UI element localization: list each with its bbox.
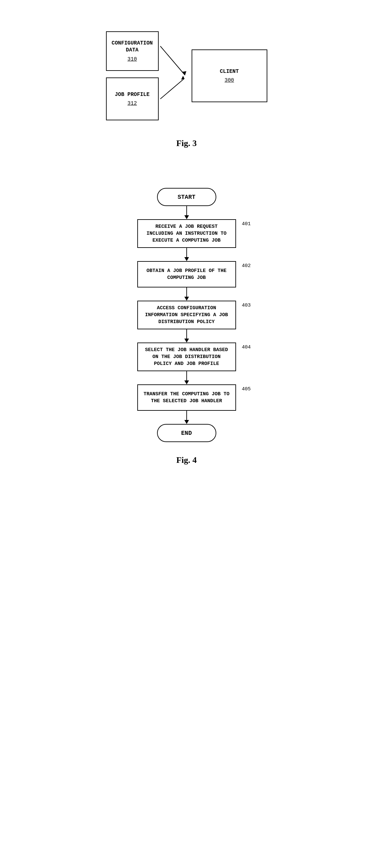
arrow-head (184, 380, 189, 384)
svg-line-2 (160, 79, 184, 99)
flow-end-label: END (181, 430, 192, 436)
flow-box-403: ACCESS CONFIGURATION INFORMATION SPECIFY… (137, 301, 236, 329)
flow-arrow-3 (184, 329, 189, 343)
arrow-head (184, 257, 189, 261)
arrow-line (186, 206, 187, 215)
flow-box-label-404: SELECT THE JOB HANDLER BASED ON THE JOB … (142, 346, 231, 367)
jobprofile-box-label: JOB PROFILE (115, 91, 150, 98)
arrow-line (186, 248, 187, 257)
flow-step-row-401: RECEIVE A JOB REQUEST INCLUDING AN INSTR… (137, 219, 236, 248)
flow-box-label-403: ACCESS CONFIGURATION INFORMATION SPECIFY… (142, 305, 231, 326)
flow-box-label-401: RECEIVE A JOB REQUEST INCLUDING AN INSTR… (142, 223, 231, 244)
flow-arrow-2 (184, 287, 189, 301)
arrow-line (186, 411, 187, 420)
arrow-line (186, 287, 187, 297)
fig3-diagram: CONFIGURATION DATA 310 JOB PROFILE 312 (71, 26, 302, 125)
step-number-403: 403 (242, 303, 250, 308)
fig4-caption: Fig. 4 (176, 455, 197, 465)
fig3-container: CONFIGURATION DATA 310 JOB PROFILE 312 (20, 26, 353, 148)
client-box-number: 300 (225, 78, 234, 84)
flow-arrow-5 (184, 411, 189, 424)
flow-arrow-0 (184, 206, 189, 219)
flow-step-row-403: ACCESS CONFIGURATION INFORMATION SPECIFY… (137, 301, 236, 329)
flow-arrow-4 (184, 371, 189, 384)
flow-box-401: RECEIVE A JOB REQUEST INCLUDING AN INSTR… (137, 219, 236, 248)
jobprofile-box: JOB PROFILE 312 (106, 78, 159, 120)
arrow-head (184, 420, 189, 424)
fig4-container: START RECEIVE A JOB REQUEST INCLUDING AN… (20, 188, 353, 465)
client-box-label: CLIENT (220, 68, 239, 75)
fig3-right: CLIENT 300 (192, 50, 267, 102)
step-number-405: 405 (242, 386, 250, 392)
flow-start-label: START (177, 194, 195, 200)
config-box-number: 310 (127, 56, 137, 62)
flow-box-label-405: TRANSFER THE COMPUTING JOB TO THE SELECT… (142, 391, 231, 404)
flowchart: START RECEIVE A JOB REQUEST INCLUDING AN… (104, 188, 269, 442)
arrow-line (186, 371, 187, 380)
step-number-402: 402 (242, 263, 250, 269)
arrow-line (186, 329, 187, 339)
flow-box-label-402: OBTAIN A JOB PROFILE OF THE COMPUTING JO… (142, 267, 231, 281)
arrow-head (184, 339, 189, 343)
step-number-404: 404 (242, 344, 250, 350)
arrow-head (184, 297, 189, 301)
page: CONFIGURATION DATA 310 JOB PROFILE 312 (20, 13, 353, 465)
fig3-caption: Fig. 3 (176, 138, 197, 148)
svg-marker-1 (182, 71, 186, 75)
flow-end: END (157, 424, 216, 442)
flow-step-row-405: TRANSFER THE COMPUTING JOB TO THE SELECT… (137, 384, 236, 411)
step-number-401: 401 (242, 221, 250, 227)
flow-step-row-404: SELECT THE JOB HANDLER BASED ON THE JOB … (137, 343, 236, 371)
fig3-left-boxes: CONFIGURATION DATA 310 JOB PROFILE 312 (106, 31, 159, 120)
flow-step-row-402: OBTAIN A JOB PROFILE OF THE COMPUTING JO… (137, 261, 236, 287)
config-box: CONFIGURATION DATA 310 (106, 31, 159, 71)
client-box: CLIENT 300 (192, 50, 267, 102)
svg-line-0 (160, 46, 185, 75)
fig3-arrows (159, 26, 192, 125)
config-box-label: CONFIGURATION DATA (112, 40, 153, 54)
flow-box-405: TRANSFER THE COMPUTING JOB TO THE SELECT… (137, 384, 236, 411)
flow-box-402: OBTAIN A JOB PROFILE OF THE COMPUTING JO… (137, 261, 236, 287)
jobprofile-box-number: 312 (127, 100, 137, 106)
flow-box-404: SELECT THE JOB HANDLER BASED ON THE JOB … (137, 343, 236, 371)
flow-arrow-1 (184, 248, 189, 261)
flow-start: START (157, 188, 216, 206)
arrow-head (184, 215, 189, 219)
